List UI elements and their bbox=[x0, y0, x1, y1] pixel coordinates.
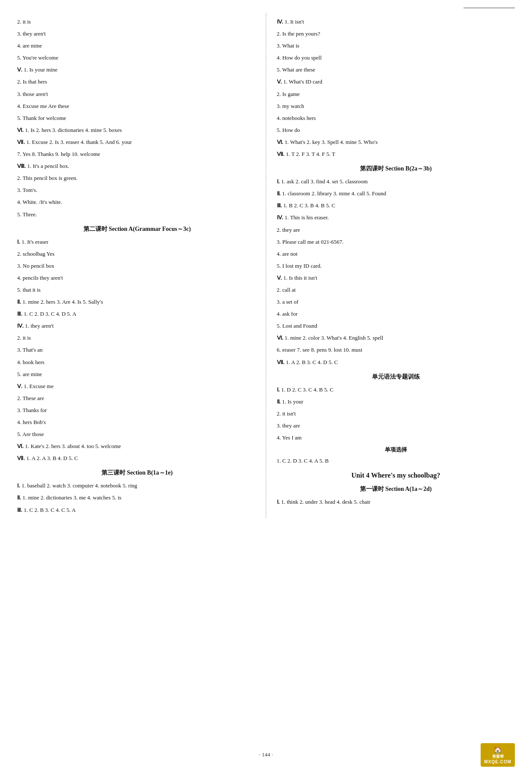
answer-line: 3. they are bbox=[277, 421, 515, 430]
answer-line: Ⅰ. 1. D 2. C 3. C 4. B 5. C bbox=[277, 385, 515, 394]
answer-line: 2. schoolbag Yes bbox=[17, 249, 257, 259]
answer-line: Ⅶ. 1. A 2. B 3. C 4. D 5. C bbox=[277, 358, 515, 367]
answer-line: Ⅵ. 1. Kate's 2. hers 3. about 4. too 5. … bbox=[17, 442, 257, 451]
answer-line: Ⅰ. 1. think 2. under 3. head 4. desk 5. … bbox=[277, 497, 515, 507]
answer-line: 4. notebooks hers bbox=[277, 114, 515, 123]
answer-line: 4. Excuse me Are these bbox=[17, 102, 257, 111]
answer-line: Ⅵ. 1. Is 2. hers 3. dictionaries 4. mine… bbox=[17, 126, 257, 135]
answer-line: Ⅷ. 1. It's a pencil box. bbox=[17, 161, 257, 171]
answer-line: 2. they are bbox=[277, 225, 515, 235]
watermark-top-text: 答案帮 bbox=[492, 754, 504, 759]
answer-line: 3. What is bbox=[277, 41, 515, 51]
right-column: Ⅳ. 1. It isn't2. Is the pen yours?3. Wha… bbox=[266, 13, 515, 517]
answer-line: 3. a set of bbox=[277, 297, 515, 307]
answer-line: Ⅱ. 1. mine 2. dictionaries 3. me 4. watc… bbox=[17, 493, 257, 502]
answer-line: Ⅲ. 1. C 2. B 3. C 4. C 5. A bbox=[17, 505, 257, 515]
answer-line: 3. they aren't bbox=[17, 29, 257, 39]
answer-line: Ⅳ. 1. It isn't bbox=[277, 17, 515, 27]
answer-line: 5. Thank for welcome bbox=[17, 114, 257, 123]
answer-line: 2. it isn't bbox=[277, 409, 515, 418]
top-decorative-line bbox=[464, 8, 515, 8]
page: 2. it is3. they aren't4. are mine5. You'… bbox=[0, 0, 532, 771]
answer-line: 4. are mine bbox=[17, 41, 257, 51]
answer-line: 7. Yes 8. Thanks 9. help 10. welcome bbox=[17, 149, 257, 159]
answer-line: 5. What are these bbox=[277, 65, 515, 75]
answer-line: Ⅶ. 1. Excuse 2. Is 3. eraser 4. thank 5.… bbox=[17, 137, 257, 147]
answer-line: Ⅵ. 1. What's 2. key 3. Spell 4. mine 5. … bbox=[277, 137, 515, 147]
answer-line: 4. are not bbox=[277, 249, 515, 259]
answer-line: 2. Is that hers bbox=[17, 77, 257, 87]
answer-line: 4. How do you spell bbox=[277, 53, 515, 63]
content-area: 2. it is3. they aren't4. are mine5. You'… bbox=[17, 13, 515, 517]
answer-line: 5. Three. bbox=[17, 210, 257, 219]
unit-title: Unit 4 Where's my schoolbag? bbox=[277, 472, 515, 479]
subsection-title: 单项选择 bbox=[277, 446, 515, 454]
answer-line: Ⅶ. 1. A 2. A 3. B 4. D 5. C bbox=[17, 454, 257, 463]
answer-line: 3. those aren't bbox=[17, 90, 257, 99]
answer-line: Ⅰ. 1. ask 2. call 3. find 4. set 5. clas… bbox=[277, 177, 515, 186]
answer-line: Ⅰ. 1. It's eraser bbox=[17, 237, 257, 247]
left-column: 2. it is3. they aren't4. are mine5. You'… bbox=[17, 13, 266, 517]
section-title: 第一课时 Section A(1a～2d) bbox=[277, 485, 515, 493]
answer-line: 2. it is bbox=[17, 333, 257, 343]
answer-line: 3. Thanks for bbox=[17, 406, 257, 415]
answer-line: 5. Are those bbox=[17, 430, 257, 439]
section-title: 单元语法专题训练 bbox=[277, 373, 515, 381]
answer-line: Ⅴ. 1. Excuse me bbox=[17, 382, 257, 391]
answer-line: 3. Please call me at 021-6567. bbox=[277, 237, 515, 247]
answer-line: Ⅲ. 1. B 2. C 3. B 4. B 5. C bbox=[277, 201, 515, 210]
answer-line: 4. White. /It's white. bbox=[17, 197, 257, 207]
section-title: 第二课时 Section A(Grammar Focus～3c) bbox=[17, 225, 257, 233]
section-title: 第三课时 Section B(1a～1e) bbox=[17, 469, 257, 477]
answer-line: 4. book hers bbox=[17, 358, 257, 367]
answer-line: Ⅳ. 1. they aren't bbox=[17, 321, 257, 331]
answer-line: Ⅴ. 1. Is your mine bbox=[17, 65, 257, 75]
answer-line: 4. Yes I am bbox=[277, 433, 515, 442]
answer-line: 6. eraser 7. see 8. pens 9. lost 10. mus… bbox=[277, 345, 515, 355]
answer-line: Ⅰ. 1. baseball 2. watch 3. computer 4. n… bbox=[17, 481, 257, 490]
answer-line: 5. are mine bbox=[17, 370, 257, 379]
answer-line: 3. That's an bbox=[17, 345, 257, 355]
answer-line: 2. This pencil box is green. bbox=[17, 173, 257, 183]
answer-line: Ⅶ. 1. T 2. F 3. T 4. F 5. T bbox=[277, 149, 515, 159]
answer-line: Ⅴ. 1. Is this it isn't bbox=[277, 273, 515, 283]
answer-line: 2. it is bbox=[17, 17, 257, 27]
answer-line: 2. Is the pen yours? bbox=[277, 29, 515, 39]
page-number: · 144 · bbox=[259, 751, 273, 758]
answer-line: Ⅳ. 1. This is his eraser. bbox=[277, 213, 515, 222]
answer-line: Ⅱ. 1. mine 2. hers 3. Are 4. Is 5. Sally… bbox=[17, 297, 257, 307]
watermark-bottom-text: MXQE.COM bbox=[484, 759, 511, 764]
answer-line: 2. Is game bbox=[277, 90, 515, 99]
answer-line: 3. Tom's. bbox=[17, 185, 257, 195]
answer-line: Ⅱ. 1. classroom 2. library 3. mine 4. ca… bbox=[277, 189, 515, 198]
answer-line: Ⅴ. 1. What's ID card bbox=[277, 77, 515, 87]
watermark-icon: 🏠 bbox=[493, 746, 502, 754]
answer-line: 5. You're welcome bbox=[17, 53, 257, 63]
answer-line: 4. hers Bob's bbox=[17, 418, 257, 427]
watermark: 🏠 答案帮 MXQE.COM bbox=[481, 743, 515, 767]
answer-line: 2. These are bbox=[17, 394, 257, 403]
answer-line: 5. I lost my ID card. bbox=[277, 261, 515, 271]
answer-line: 5. How do bbox=[277, 126, 515, 135]
answer-line: 5. that it is bbox=[17, 285, 257, 295]
answer-line: 3. No pencil box bbox=[17, 261, 257, 271]
answer-line: 4. ask for bbox=[277, 309, 515, 319]
answer-line: 5. Lost and Found bbox=[277, 321, 515, 331]
answer-line: Ⅵ. 1. mine 2. color 3. What's 4. English… bbox=[277, 333, 515, 343]
answer-line: 3. my watch bbox=[277, 102, 515, 111]
section-title: 第四课时 Section B(2a～3b) bbox=[277, 165, 515, 173]
answer-line: 2. call at bbox=[277, 285, 515, 295]
answer-line: Ⅲ. 1. C 2. D 3. C 4. D 5. A bbox=[17, 309, 257, 319]
answer-line: Ⅱ. 1. Is your bbox=[277, 397, 515, 406]
answer-line: 4. pencils they aren't bbox=[17, 273, 257, 283]
answer-line: 1. C 2. D 3. C 4. A 5. B bbox=[277, 456, 515, 466]
